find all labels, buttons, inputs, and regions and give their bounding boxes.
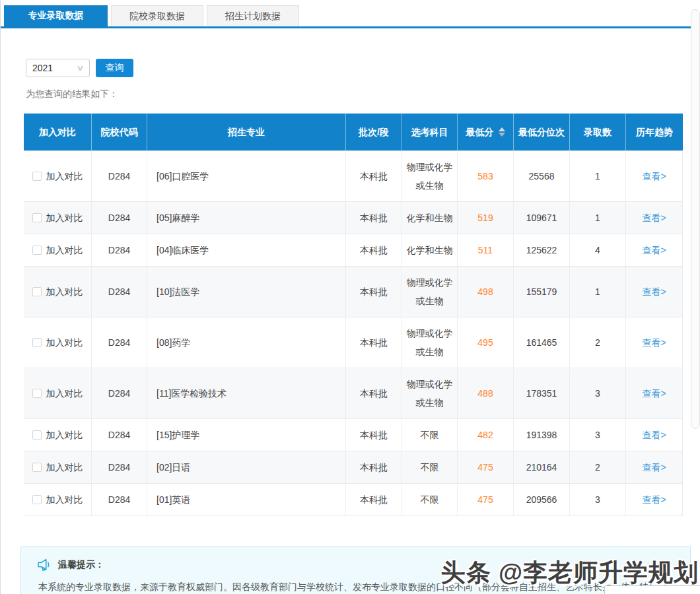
tab-enrollment-plan-data[interactable]: 招生计划数据 (207, 5, 299, 26)
compare-checkbox[interactable] (32, 495, 42, 504)
chevron-down-icon: ∨ (76, 63, 84, 73)
table-row: 加入对比 D284 [08]药学 本科批 物理或化学 或生物 495 16146… (24, 317, 683, 368)
table-row: 加入对比 D284 [05]麻醉学 本科批 化学和生物 519 109671 1… (24, 202, 683, 234)
compare-cell: 加入对比 (24, 368, 92, 419)
compare-checkbox[interactable] (32, 213, 42, 222)
min-score-cell: 488 (458, 368, 514, 419)
col-header-batch: 批次/段 (346, 114, 402, 150)
filter-controls: 2021 ∨ 查询 (26, 59, 700, 77)
min-score-cell: 583 (458, 150, 514, 202)
sort-asc-icon[interactable] (499, 127, 505, 131)
result-hint: 为您查询的结果如下： (26, 88, 700, 100)
min-score-cell: 498 (458, 267, 514, 317)
admission-table: 加入对比 院校代码 招生专业 批次/段 选考科目 最低分 最低分位次 录取数 历… (24, 114, 683, 516)
trend-cell: 查看> (626, 234, 683, 267)
compare-checkbox[interactable] (32, 338, 42, 347)
batch-cell: 本科批 (346, 202, 402, 234)
compare-label: 加入对比 (46, 241, 83, 259)
table-row: 加入对比 D284 [10]法医学 本科批 物理或化学 或生物 498 1551… (24, 267, 683, 317)
compare-label: 加入对比 (46, 490, 83, 509)
watermark: 头条 @李老师升学规划 (441, 556, 699, 589)
col-header-trend: 历年趋势 (626, 114, 683, 150)
subjects-cell: 不限 (402, 419, 458, 451)
table-row: 加入对比 D284 [06]口腔医学 本科批 物理或化学 或生物 583 255… (24, 150, 683, 202)
compare-checkbox[interactable] (32, 430, 42, 440)
compare-cell: 加入对比 (24, 267, 92, 317)
rank-cell: 210164 (514, 451, 570, 484)
count-cell: 1 (570, 202, 626, 234)
compare-cell: 加入对比 (24, 451, 92, 484)
batch-cell: 本科批 (346, 317, 402, 368)
view-trend-link[interactable]: 查看> (642, 490, 666, 509)
view-trend-link[interactable]: 查看> (642, 333, 666, 352)
trend-cell: 查看> (626, 484, 683, 516)
compare-label: 加入对比 (46, 333, 83, 352)
batch-cell: 本科批 (346, 451, 402, 484)
major-cell: [06]口腔医学 (147, 150, 346, 202)
subjects-cell: 物理或化学 或生物 (402, 267, 458, 317)
trend-cell: 查看> (626, 202, 683, 234)
college-code-cell: D284 (92, 150, 147, 202)
count-cell: 2 (570, 317, 626, 368)
scrollbar[interactable] (691, 9, 700, 429)
table-header-row: 加入对比 院校代码 招生专业 批次/段 选考科目 最低分 最低分位次 录取数 历… (24, 114, 683, 150)
col-header-code: 院校代码 (92, 114, 147, 150)
compare-checkbox[interactable] (32, 172, 42, 181)
count-cell: 1 (570, 267, 626, 317)
tab-college-admission-data[interactable]: 院校录取数据 (111, 5, 203, 26)
college-code-cell: D284 (92, 234, 147, 267)
compare-checkbox[interactable] (32, 246, 42, 255)
subjects-cell: 化学和生物 (402, 234, 458, 267)
min-score-cell: 475 (458, 484, 514, 516)
rank-cell: 25568 (514, 150, 570, 202)
compare-label: 加入对比 (46, 458, 83, 477)
compare-cell: 加入对比 (24, 234, 92, 267)
trend-cell: 查看> (626, 451, 683, 484)
compare-checkbox[interactable] (32, 463, 42, 472)
view-trend-link[interactable]: 查看> (642, 209, 666, 227)
college-code-cell: D284 (92, 419, 147, 451)
view-trend-link[interactable]: 查看> (642, 282, 666, 301)
batch-cell: 本科批 (346, 150, 402, 202)
subjects-cell: 化学和生物 (402, 202, 458, 234)
year-select-value: 2021 (32, 63, 53, 73)
col-header-subjects: 选考科目 (402, 114, 458, 150)
college-code-cell: D284 (92, 317, 147, 368)
count-cell: 1 (570, 150, 626, 202)
college-code-cell: D284 (92, 202, 147, 234)
subjects-cell: 物理或化学 或生物 (402, 317, 458, 368)
major-cell: [11]医学检验技术 (147, 368, 346, 419)
college-code-cell: D284 (92, 484, 147, 516)
trend-cell: 查看> (626, 267, 683, 317)
table-row: 加入对比 D284 [15]护理学 本科批 不限 482 191398 3 查看… (24, 419, 683, 451)
compare-label: 加入对比 (46, 384, 83, 403)
batch-cell: 本科批 (346, 368, 402, 419)
view-trend-link[interactable]: 查看> (642, 241, 666, 259)
table-row: 加入对比 D284 [01]英语 本科批 不限 475 209566 3 查看> (24, 484, 683, 516)
rank-cell: 161465 (514, 317, 570, 368)
trend-cell: 查看> (626, 419, 683, 451)
major-cell: [05]麻醉学 (147, 202, 346, 234)
view-trend-link[interactable]: 查看> (642, 426, 666, 444)
college-code-cell: D284 (92, 451, 147, 484)
tab-major-admission-data[interactable]: 专业录取数据 (4, 5, 108, 26)
tip-title: 温馨提示： (58, 559, 104, 571)
sort-desc-icon[interactable] (499, 133, 505, 137)
query-button[interactable]: 查询 (96, 59, 133, 77)
major-cell: [04]临床医学 (147, 234, 346, 267)
compare-checkbox[interactable] (32, 287, 42, 296)
sort-control[interactable] (499, 127, 505, 137)
compare-label: 加入对比 (46, 426, 83, 444)
view-trend-link[interactable]: 查看> (642, 458, 666, 477)
col-header-count: 录取数 (570, 114, 626, 150)
year-select[interactable]: 2021 ∨ (26, 59, 90, 77)
table-body: 加入对比 D284 [06]口腔医学 本科批 物理或化学 或生物 583 255… (24, 150, 683, 516)
view-trend-link[interactable]: 查看> (642, 167, 666, 185)
batch-cell: 本科批 (346, 419, 402, 451)
count-cell: 2 (570, 451, 626, 484)
compare-checkbox[interactable] (32, 389, 42, 398)
major-cell: [02]日语 (147, 451, 346, 484)
major-cell: [08]药学 (147, 317, 346, 368)
view-trend-link[interactable]: 查看> (642, 384, 666, 403)
rank-cell: 178351 (514, 368, 570, 419)
